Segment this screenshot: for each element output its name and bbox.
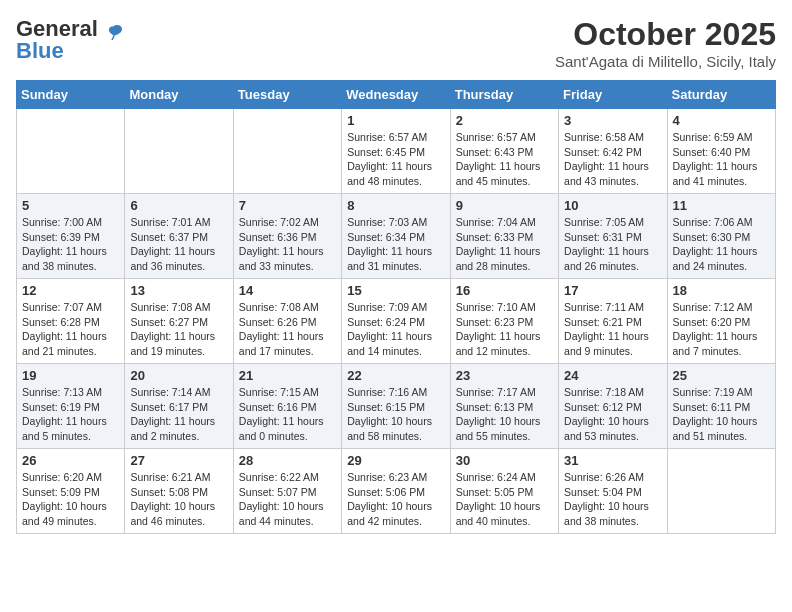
day-info: Sunrise: 7:04 AM Sunset: 6:33 PM Dayligh… — [456, 215, 553, 274]
calendar-cell — [17, 109, 125, 194]
day-number: 21 — [239, 368, 336, 383]
day-info: Sunrise: 7:02 AM Sunset: 6:36 PM Dayligh… — [239, 215, 336, 274]
day-info: Sunrise: 7:17 AM Sunset: 6:13 PM Dayligh… — [456, 385, 553, 444]
page-header: General Blue October 2025 Sant'Agata di … — [16, 16, 776, 70]
day-number: 16 — [456, 283, 553, 298]
day-info: Sunrise: 6:20 AM Sunset: 5:09 PM Dayligh… — [22, 470, 119, 529]
day-info: Sunrise: 7:15 AM Sunset: 6:16 PM Dayligh… — [239, 385, 336, 444]
calendar-cell: 2Sunrise: 6:57 AM Sunset: 6:43 PM Daylig… — [450, 109, 558, 194]
day-info: Sunrise: 7:08 AM Sunset: 6:26 PM Dayligh… — [239, 300, 336, 359]
day-info: Sunrise: 7:00 AM Sunset: 6:39 PM Dayligh… — [22, 215, 119, 274]
col-header-saturday: Saturday — [667, 81, 775, 109]
day-number: 6 — [130, 198, 227, 213]
calendar-cell: 9Sunrise: 7:04 AM Sunset: 6:33 PM Daylig… — [450, 194, 558, 279]
calendar-cell: 31Sunrise: 6:26 AM Sunset: 5:04 PM Dayli… — [559, 449, 667, 534]
calendar-row-4: 19Sunrise: 7:13 AM Sunset: 6:19 PM Dayli… — [17, 364, 776, 449]
col-header-tuesday: Tuesday — [233, 81, 341, 109]
calendar-cell: 21Sunrise: 7:15 AM Sunset: 6:16 PM Dayli… — [233, 364, 341, 449]
day-number: 3 — [564, 113, 661, 128]
calendar-cell — [125, 109, 233, 194]
logo-bird-icon — [104, 22, 124, 42]
day-info: Sunrise: 6:23 AM Sunset: 5:06 PM Dayligh… — [347, 470, 444, 529]
day-info: Sunrise: 6:59 AM Sunset: 6:40 PM Dayligh… — [673, 130, 770, 189]
col-header-monday: Monday — [125, 81, 233, 109]
day-info: Sunrise: 7:03 AM Sunset: 6:34 PM Dayligh… — [347, 215, 444, 274]
day-info: Sunrise: 7:07 AM Sunset: 6:28 PM Dayligh… — [22, 300, 119, 359]
day-number: 17 — [564, 283, 661, 298]
day-info: Sunrise: 6:58 AM Sunset: 6:42 PM Dayligh… — [564, 130, 661, 189]
calendar-cell: 19Sunrise: 7:13 AM Sunset: 6:19 PM Dayli… — [17, 364, 125, 449]
calendar-cell: 17Sunrise: 7:11 AM Sunset: 6:21 PM Dayli… — [559, 279, 667, 364]
calendar-cell: 18Sunrise: 7:12 AM Sunset: 6:20 PM Dayli… — [667, 279, 775, 364]
calendar-header-row: SundayMondayTuesdayWednesdayThursdayFrid… — [17, 81, 776, 109]
calendar-cell: 27Sunrise: 6:21 AM Sunset: 5:08 PM Dayli… — [125, 449, 233, 534]
calendar-cell: 4Sunrise: 6:59 AM Sunset: 6:40 PM Daylig… — [667, 109, 775, 194]
day-info: Sunrise: 6:21 AM Sunset: 5:08 PM Dayligh… — [130, 470, 227, 529]
day-number: 1 — [347, 113, 444, 128]
calendar-cell: 15Sunrise: 7:09 AM Sunset: 6:24 PM Dayli… — [342, 279, 450, 364]
calendar-cell: 24Sunrise: 7:18 AM Sunset: 6:12 PM Dayli… — [559, 364, 667, 449]
col-header-friday: Friday — [559, 81, 667, 109]
calendar-cell: 6Sunrise: 7:01 AM Sunset: 6:37 PM Daylig… — [125, 194, 233, 279]
day-info: Sunrise: 7:14 AM Sunset: 6:17 PM Dayligh… — [130, 385, 227, 444]
day-number: 28 — [239, 453, 336, 468]
day-info: Sunrise: 6:22 AM Sunset: 5:07 PM Dayligh… — [239, 470, 336, 529]
calendar-row-2: 5Sunrise: 7:00 AM Sunset: 6:39 PM Daylig… — [17, 194, 776, 279]
day-info: Sunrise: 7:19 AM Sunset: 6:11 PM Dayligh… — [673, 385, 770, 444]
calendar-cell: 3Sunrise: 6:58 AM Sunset: 6:42 PM Daylig… — [559, 109, 667, 194]
day-number: 13 — [130, 283, 227, 298]
day-number: 19 — [22, 368, 119, 383]
day-number: 22 — [347, 368, 444, 383]
calendar-cell: 16Sunrise: 7:10 AM Sunset: 6:23 PM Dayli… — [450, 279, 558, 364]
day-info: Sunrise: 7:05 AM Sunset: 6:31 PM Dayligh… — [564, 215, 661, 274]
month-title: October 2025 — [555, 16, 776, 53]
calendar-cell: 10Sunrise: 7:05 AM Sunset: 6:31 PM Dayli… — [559, 194, 667, 279]
calendar-row-1: 1Sunrise: 6:57 AM Sunset: 6:45 PM Daylig… — [17, 109, 776, 194]
day-number: 5 — [22, 198, 119, 213]
col-header-sunday: Sunday — [17, 81, 125, 109]
day-info: Sunrise: 7:06 AM Sunset: 6:30 PM Dayligh… — [673, 215, 770, 274]
calendar-cell: 29Sunrise: 6:23 AM Sunset: 5:06 PM Dayli… — [342, 449, 450, 534]
day-info: Sunrise: 7:01 AM Sunset: 6:37 PM Dayligh… — [130, 215, 227, 274]
col-header-wednesday: Wednesday — [342, 81, 450, 109]
calendar-row-5: 26Sunrise: 6:20 AM Sunset: 5:09 PM Dayli… — [17, 449, 776, 534]
calendar-row-3: 12Sunrise: 7:07 AM Sunset: 6:28 PM Dayli… — [17, 279, 776, 364]
day-number: 15 — [347, 283, 444, 298]
day-number: 31 — [564, 453, 661, 468]
calendar-cell: 22Sunrise: 7:16 AM Sunset: 6:15 PM Dayli… — [342, 364, 450, 449]
day-number: 27 — [130, 453, 227, 468]
location-subtitle: Sant'Agata di Militello, Sicily, Italy — [555, 53, 776, 70]
calendar-cell: 1Sunrise: 6:57 AM Sunset: 6:45 PM Daylig… — [342, 109, 450, 194]
day-number: 12 — [22, 283, 119, 298]
day-info: Sunrise: 6:57 AM Sunset: 6:45 PM Dayligh… — [347, 130, 444, 189]
day-info: Sunrise: 7:09 AM Sunset: 6:24 PM Dayligh… — [347, 300, 444, 359]
day-info: Sunrise: 7:16 AM Sunset: 6:15 PM Dayligh… — [347, 385, 444, 444]
calendar-cell: 26Sunrise: 6:20 AM Sunset: 5:09 PM Dayli… — [17, 449, 125, 534]
calendar-cell: 13Sunrise: 7:08 AM Sunset: 6:27 PM Dayli… — [125, 279, 233, 364]
calendar-cell: 7Sunrise: 7:02 AM Sunset: 6:36 PM Daylig… — [233, 194, 341, 279]
calendar-cell: 8Sunrise: 7:03 AM Sunset: 6:34 PM Daylig… — [342, 194, 450, 279]
calendar-cell: 20Sunrise: 7:14 AM Sunset: 6:17 PM Dayli… — [125, 364, 233, 449]
calendar-cell: 30Sunrise: 6:24 AM Sunset: 5:05 PM Dayli… — [450, 449, 558, 534]
day-number: 25 — [673, 368, 770, 383]
day-info: Sunrise: 7:18 AM Sunset: 6:12 PM Dayligh… — [564, 385, 661, 444]
logo: General Blue — [16, 16, 124, 64]
calendar-cell — [233, 109, 341, 194]
day-number: 18 — [673, 283, 770, 298]
calendar-cell: 25Sunrise: 7:19 AM Sunset: 6:11 PM Dayli… — [667, 364, 775, 449]
day-number: 14 — [239, 283, 336, 298]
day-number: 2 — [456, 113, 553, 128]
calendar-cell: 28Sunrise: 6:22 AM Sunset: 5:07 PM Dayli… — [233, 449, 341, 534]
day-info: Sunrise: 7:08 AM Sunset: 6:27 PM Dayligh… — [130, 300, 227, 359]
calendar-table: SundayMondayTuesdayWednesdayThursdayFrid… — [16, 80, 776, 534]
calendar-cell: 5Sunrise: 7:00 AM Sunset: 6:39 PM Daylig… — [17, 194, 125, 279]
col-header-thursday: Thursday — [450, 81, 558, 109]
day-info: Sunrise: 7:13 AM Sunset: 6:19 PM Dayligh… — [22, 385, 119, 444]
day-info: Sunrise: 7:10 AM Sunset: 6:23 PM Dayligh… — [456, 300, 553, 359]
day-number: 7 — [239, 198, 336, 213]
day-number: 26 — [22, 453, 119, 468]
day-info: Sunrise: 6:24 AM Sunset: 5:05 PM Dayligh… — [456, 470, 553, 529]
calendar-cell: 23Sunrise: 7:17 AM Sunset: 6:13 PM Dayli… — [450, 364, 558, 449]
day-number: 20 — [130, 368, 227, 383]
day-number: 30 — [456, 453, 553, 468]
